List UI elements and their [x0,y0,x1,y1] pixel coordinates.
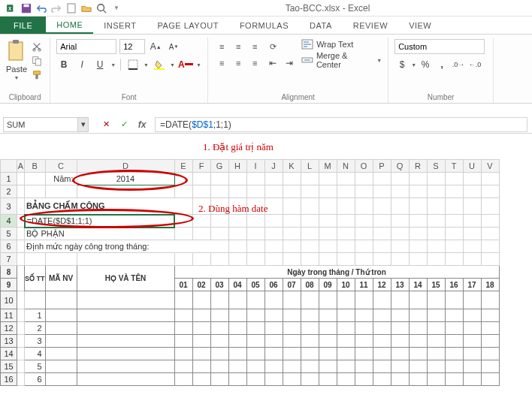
col-header[interactable]: M [319,160,337,173]
copy-icon[interactable] [30,55,44,67]
accounting-format-icon[interactable]: $ [394,57,410,72]
col-header[interactable]: D [77,160,174,173]
hdr-stt[interactable]: SỐ TT [25,266,46,291]
align-top-icon[interactable]: ≡ [214,39,229,54]
open-icon[interactable] [80,2,93,15]
col-header[interactable]: R [409,160,427,173]
merge-center-button[interactable]: Merge & Center ▼ [301,51,382,69]
day-header[interactable]: 17 [463,279,481,291]
day-header[interactable]: 11 [355,279,373,291]
day-header[interactable]: 07 [283,279,301,291]
row-header[interactable]: 13 [1,335,17,348]
cell[interactable]: Năm: [45,173,77,185]
qat-dropdown-icon[interactable]: ▼ [110,2,123,15]
row-header[interactable]: 4 [1,215,17,228]
day-header[interactable]: 04 [228,279,246,291]
row-header[interactable]: 16 [1,373,17,386]
col-header[interactable]: T [445,160,463,173]
col-header[interactable]: A [17,160,25,173]
day-header[interactable]: 15 [427,279,445,291]
save-icon[interactable] [20,2,33,15]
cell[interactable]: 5 [25,360,46,373]
row-header[interactable]: 14 [1,348,17,360]
col-header[interactable]: H [228,160,246,173]
decrease-indent-icon[interactable]: ⇤ [265,56,280,71]
row-header[interactable]: 7 [1,253,17,266]
col-header[interactable]: O [355,160,373,173]
increase-font-icon[interactable]: A▲ [148,39,163,54]
col-header[interactable]: S [427,160,445,173]
align-center-icon[interactable]: ≡ [231,56,246,71]
day-header[interactable]: 14 [409,279,427,291]
spreadsheet-grid[interactable]: 2. Dùng hàm date A B C D E F G H I J K L… [0,159,532,386]
hdr-daymonth[interactable]: Ngày trong tháng / Thứ tron [174,266,499,279]
tab-view[interactable]: VIEW [398,17,442,34]
cell[interactable]: 3 [25,335,46,348]
wrap-text-button[interactable]: Wrap Text [301,39,382,50]
day-header[interactable]: 09 [319,279,337,291]
col-header[interactable]: U [463,160,481,173]
row-header[interactable]: 2 [1,185,17,198]
enter-icon[interactable]: ✓ [116,117,132,132]
cancel-icon[interactable]: ✕ [98,117,114,132]
orientation-icon[interactable]: ⟳ [265,39,280,54]
hdr-manv[interactable]: MÃ NV [45,266,77,291]
col-header[interactable]: C [45,160,77,173]
namebox-dropdown-icon[interactable]: ▾ [78,117,89,132]
col-header[interactable]: G [210,160,228,173]
cell[interactable]: BỘ PHẬN [25,228,175,240]
row-header[interactable]: 5 [1,228,17,240]
cell[interactable]: 1 [25,309,46,322]
fill-color-button[interactable] [152,57,167,72]
preview-icon[interactable] [95,2,108,15]
undo-icon[interactable] [35,2,48,15]
cell[interactable]: Định mức ngày công trong tháng: [25,240,229,253]
align-left-icon[interactable]: ≡ [214,56,229,71]
row-header[interactable]: 8 [1,266,17,279]
redo-icon[interactable] [50,2,63,15]
tab-file[interactable]: FILE [0,17,46,34]
col-header[interactable]: Q [391,160,409,173]
tab-review[interactable]: REVIEW [343,17,398,34]
cell[interactable]: 6 [25,373,46,386]
day-header[interactable]: 05 [246,279,264,291]
decrease-decimal-icon[interactable]: ←.0 [467,57,482,72]
font-name-select[interactable] [56,39,116,54]
fx-icon[interactable]: fx [134,117,150,132]
increase-decimal-icon[interactable]: .0→ [451,57,466,72]
day-header[interactable]: 02 [192,279,210,291]
excel-icon[interactable]: X [5,2,18,15]
italic-button[interactable]: I [74,57,89,72]
tab-data[interactable]: DATA [299,17,343,34]
day-header[interactable]: 18 [481,279,499,291]
day-header[interactable]: 12 [373,279,391,291]
align-right-icon[interactable]: ≡ [247,56,262,71]
font-size-select[interactable] [119,39,145,54]
day-header[interactable]: 13 [391,279,409,291]
col-header[interactable]: K [283,160,301,173]
decrease-font-icon[interactable]: A▼ [166,39,181,54]
cell[interactable]: 2 [25,322,46,335]
tab-insert[interactable]: INSERT [93,17,147,34]
formula-bar[interactable]: =DATE($D$1;1;1) [155,117,527,132]
new-icon[interactable] [65,2,78,15]
col-header[interactable]: L [301,160,319,173]
select-all-corner[interactable] [1,160,17,173]
cell-year[interactable]: 2014 [77,173,174,185]
sheet-table[interactable]: A B C D E F G H I J K L M N O P Q R S T … [0,159,500,386]
row-header[interactable]: 15 [1,360,17,373]
align-middle-icon[interactable]: ≡ [231,39,246,54]
day-header[interactable]: 16 [445,279,463,291]
tab-home[interactable]: HOME [46,17,93,34]
increase-indent-icon[interactable]: ⇥ [282,56,297,71]
col-header[interactable]: V [481,160,499,173]
cell-title[interactable]: BẢNG CHẤM CÔNG [25,198,193,215]
day-header[interactable]: 01 [174,279,192,291]
row-header[interactable]: 6 [1,240,17,253]
row-header[interactable]: 11 [1,309,17,322]
col-header[interactable]: B [25,160,46,173]
col-header[interactable]: J [264,160,283,173]
hdr-hoten[interactable]: HỌ VÀ TÊN [77,266,174,291]
row-header[interactable]: 9 [1,279,17,291]
name-box[interactable]: SUM [3,117,78,132]
